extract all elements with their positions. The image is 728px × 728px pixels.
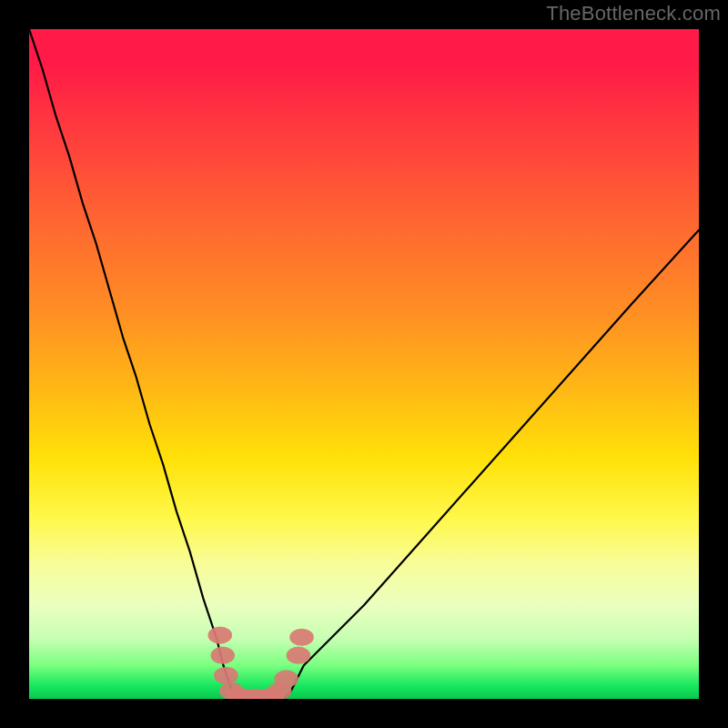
watermark-text: TheBottleneck.com [546,2,721,25]
chart-frame: TheBottleneck.com [0,0,728,728]
trough-marker [289,629,314,646]
trough-marker [287,647,311,664]
trough-marker [274,670,298,687]
trough-marker [214,667,238,684]
marker-layer [29,29,699,699]
trough-marker [208,627,233,644]
plot-area [29,29,699,699]
trough-marker [210,647,235,664]
